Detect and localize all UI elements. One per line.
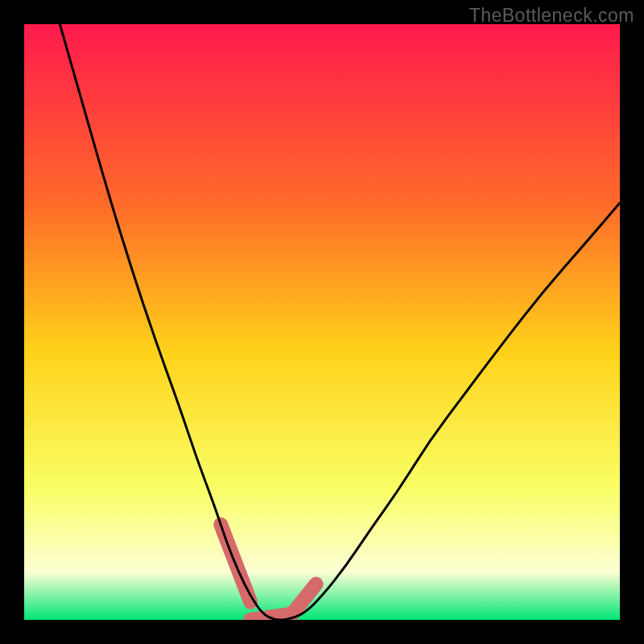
bottleneck-chart [24, 24, 620, 620]
watermark-text: TheBottleneck.com [469, 5, 634, 27]
gradient-background [24, 24, 620, 620]
chart-frame [24, 24, 620, 620]
